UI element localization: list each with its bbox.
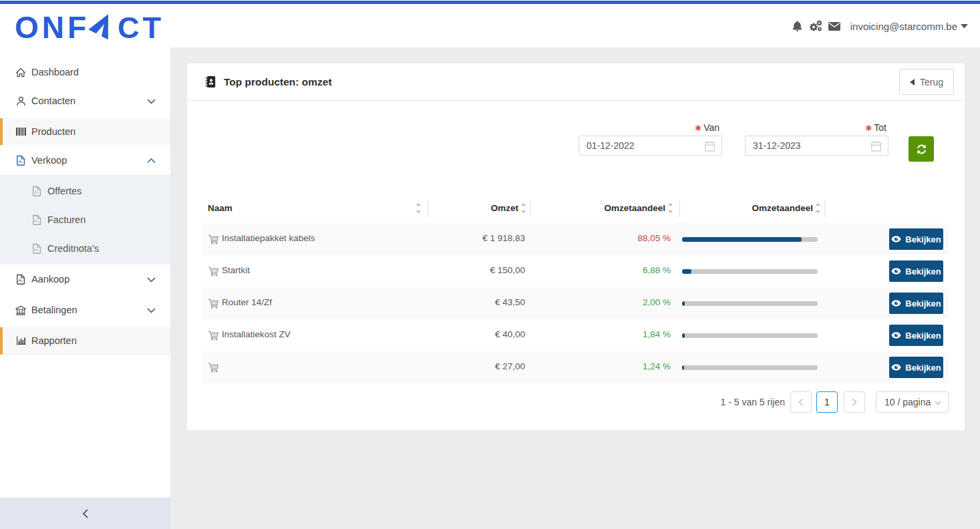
svg-text:ONF: ONF bbox=[15, 12, 90, 43]
svg-text:CT: CT bbox=[118, 12, 164, 43]
